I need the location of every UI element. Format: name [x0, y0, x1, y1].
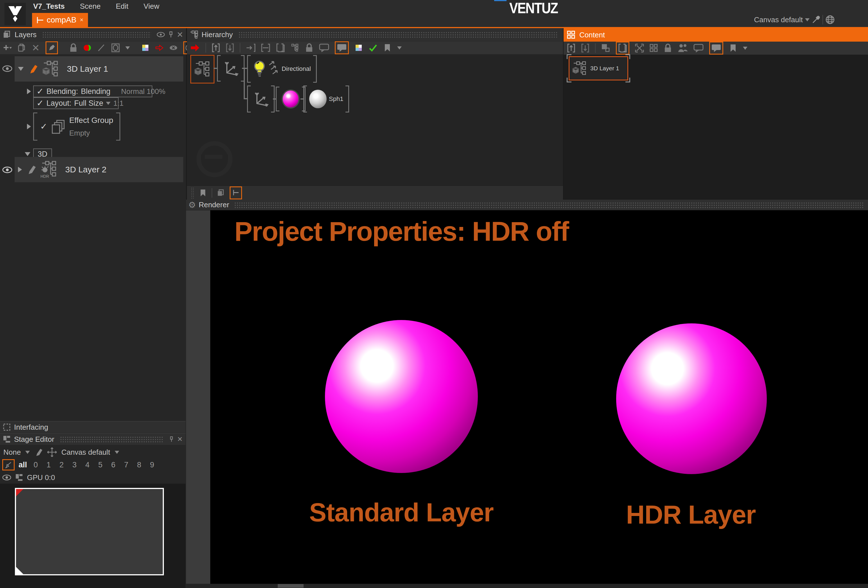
forward-arrow-button[interactable] [155, 43, 164, 53]
canvas-selector[interactable]: Canvas default [754, 15, 835, 25]
bookmark-button[interactable] [199, 188, 207, 198]
stacked-layers-button[interactable] [276, 43, 285, 53]
channel-2[interactable]: 2 [57, 461, 66, 469]
eye-icon[interactable] [2, 474, 11, 480]
eye-icon[interactable] [2, 167, 12, 173]
export-button[interactable] [226, 43, 234, 53]
drag-handle[interactable] [191, 187, 194, 198]
close-icon[interactable]: ✕ [177, 30, 183, 39]
menu-view[interactable]: View [144, 2, 159, 11]
edit-pencil-icon[interactable] [34, 448, 43, 457]
import-button[interactable] [212, 43, 220, 53]
draw-button[interactable] [97, 43, 106, 53]
color-scheme-button[interactable] [354, 43, 363, 53]
comment-filled-button[interactable] [335, 41, 349, 54]
lock-button[interactable] [305, 43, 313, 53]
goto-node-button[interactable] [246, 43, 255, 53]
edit-pencil-icon[interactable] [27, 164, 36, 175]
jump-to-active-button[interactable] [190, 43, 200, 53]
duplicate-button[interactable] [18, 43, 26, 53]
stage-preview-canvas[interactable] [0, 484, 186, 588]
check-icon[interactable]: ✓ [40, 122, 47, 131]
blend-mode-button[interactable] [83, 43, 92, 53]
interfacing-panel-header[interactable]: Interfacing [0, 421, 186, 433]
globe-icon[interactable] [825, 15, 835, 25]
stacked-layers-button[interactable] [616, 41, 629, 55]
layer-row-3d-layer-1[interactable]: 3D Layer 1 [15, 56, 183, 81]
expand-arrow-icon[interactable] [18, 167, 22, 172]
chevron-down-icon[interactable] [115, 451, 119, 454]
tab-anchor-button[interactable]: ⊢ [230, 186, 242, 199]
panel-drag-texture[interactable] [238, 31, 558, 38]
channel-0[interactable]: 0 [31, 461, 40, 469]
lock-button[interactable] [664, 43, 672, 53]
axis-node-2[interactable] [247, 86, 275, 112]
edit-layer-button[interactable] [46, 41, 58, 54]
eyedropper-icon[interactable] [812, 15, 820, 25]
channel-all[interactable]: all [18, 461, 28, 469]
stage-editor-header[interactable]: Stage Editor ✕ [0, 433, 186, 445]
blending-property[interactable]: ✓ Blending: Blending Normal 100% [33, 86, 152, 97]
menu-edit[interactable]: Edit [116, 2, 128, 11]
blending-mode[interactable]: Normal 100% [121, 87, 165, 96]
renderer-panel-header[interactable]: ⚙ Renderer [186, 199, 868, 210]
eye-icon[interactable] [156, 32, 165, 37]
hierarchy-panel-header[interactable]: Hierarchy [187, 28, 563, 41]
delete-button[interactable]: ✕ [31, 43, 40, 53]
pin-icon[interactable] [168, 31, 173, 38]
chevron-down-icon[interactable] [25, 451, 30, 454]
scene-tab-compab[interactable]: ⊢ compAB × [32, 13, 88, 27]
renderer-viewport[interactable]: Project Properties: HDR off Standard Lay… [186, 210, 868, 584]
expand-arrows-button[interactable] [635, 43, 644, 53]
expand-arrow-icon[interactable] [27, 89, 31, 94]
check-icon[interactable]: ✓ [37, 99, 44, 108]
layout-row[interactable]: ✓ Layout: Full Size 1:1 [33, 97, 119, 109]
hide-button[interactable] [169, 43, 178, 53]
panel-drag-texture[interactable] [234, 202, 864, 208]
chevron-down-icon[interactable] [743, 47, 747, 50]
channel-8[interactable]: 8 [134, 461, 144, 469]
eye-icon[interactable] [2, 65, 12, 72]
effect-group-row[interactable]: ✓ Effect Group Empty [27, 112, 120, 140]
directional-light-node[interactable]: Directional [247, 55, 317, 83]
ventuz-logo-icon[interactable] [4, 3, 26, 25]
import-button[interactable] [567, 43, 576, 53]
bookmark-button[interactable] [729, 43, 737, 53]
chevron-down-icon[interactable] [125, 46, 130, 49]
move-icon[interactable] [47, 448, 57, 457]
channel-3[interactable]: 3 [70, 461, 79, 469]
chevron-down-icon[interactable] [397, 46, 402, 49]
add-layer-button[interactable] [3, 43, 12, 53]
scene-tab-close-icon[interactable]: × [80, 16, 84, 24]
content-panel-header[interactable]: Content [564, 28, 868, 41]
channel-1[interactable]: 1 [44, 461, 53, 469]
close-icon[interactable]: ✕ [177, 435, 183, 443]
channel-9[interactable]: 9 [147, 461, 157, 469]
color-scheme-button[interactable] [141, 43, 149, 53]
layers-panel-header[interactable]: Layers ✕ [0, 28, 186, 41]
effect-group-node[interactable]: ✓ Effect Group Empty [33, 112, 120, 140]
comment-filled-button[interactable] [709, 41, 723, 55]
users-button[interactable] [678, 43, 688, 53]
layer-row-3d-layer-2[interactable]: HDR 3D Layer 2 [15, 157, 183, 182]
panel-drag-texture[interactable] [42, 31, 151, 38]
collapse-arrow-icon[interactable] [18, 67, 24, 71]
blending-row[interactable]: ✓ Blending: Blending Normal 100% [27, 86, 152, 97]
stage-preview-rect[interactable] [15, 488, 164, 575]
broom-icon[interactable] [2, 459, 15, 470]
expand-arrow-icon[interactable] [27, 124, 31, 129]
stage-selection[interactable]: None [3, 448, 21, 457]
layers-button[interactable] [217, 188, 225, 198]
horizontal-scrollbar[interactable] [186, 584, 868, 588]
chevron-down-icon[interactable] [106, 102, 111, 105]
grid-view-button[interactable] [650, 43, 658, 53]
channel-6[interactable]: 6 [108, 461, 118, 469]
collapse-arrow-icon[interactable] [25, 152, 30, 156]
menu-scene[interactable]: Scene [80, 2, 100, 11]
export-button[interactable] [581, 43, 589, 53]
scrollbar-handle[interactable] [278, 584, 304, 588]
channel-5[interactable]: 5 [96, 461, 105, 469]
validate-check-icon[interactable] [369, 43, 378, 53]
subtree-button[interactable] [291, 43, 300, 53]
stage-gpu-row[interactable]: GPU 0:0 [2, 472, 55, 483]
